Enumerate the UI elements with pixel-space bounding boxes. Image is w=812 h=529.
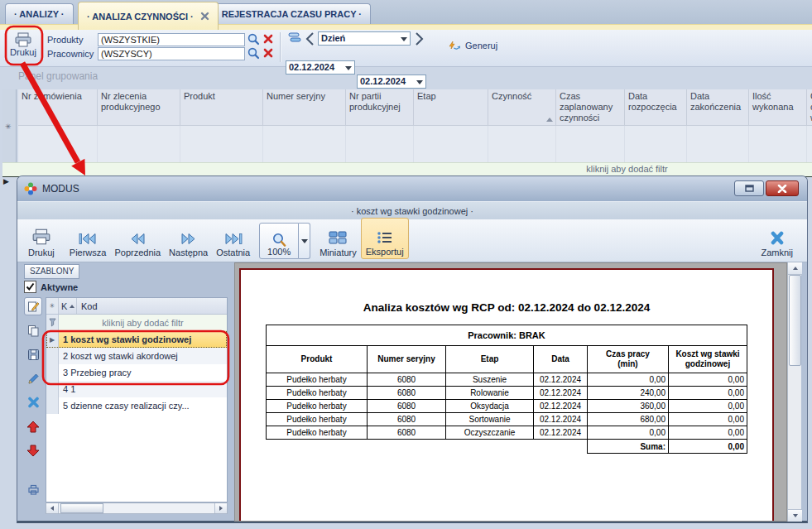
tab-rejestracja-czasu-pracy[interactable]: · REJESTRACJA CZASU PRACY · bbox=[207, 3, 371, 24]
first-page-label: Pierwsza bbox=[70, 248, 107, 257]
report-cell: 02.12.2024 bbox=[534, 426, 588, 440]
date-from-select[interactable]: 02.12.2024 bbox=[286, 60, 355, 75]
grid-column-header[interactable]: Data zakończenia bbox=[687, 89, 749, 126]
restore-window-button[interactable] bbox=[734, 180, 764, 196]
miniatury-button[interactable]: Miniatury bbox=[315, 219, 361, 259]
column-k-header[interactable]: K bbox=[59, 298, 77, 314]
template-list-item[interactable]: 3 Przebieg pracy bbox=[46, 364, 227, 381]
grid-column-header[interactable]: Etap bbox=[414, 89, 488, 126]
templates-filter-row[interactable]: kliknij aby dodać filtr bbox=[46, 315, 227, 331]
report-row: Pudełko herbaty6080Sortowanie02.12.20246… bbox=[267, 413, 747, 426]
grid-empty-cell[interactable] bbox=[625, 126, 687, 162]
grid-filter-hint: kliknij aby dodać filtr bbox=[530, 164, 724, 174]
grid-column-header[interactable]: Czynność bbox=[488, 89, 556, 126]
report-row: Pudełko herbaty6080Rolowanie02.12.202424… bbox=[267, 387, 747, 400]
grid-column-header[interactable]: Produkt bbox=[180, 89, 263, 126]
scroll-left-button[interactable] bbox=[46, 503, 59, 513]
grid-column-header[interactable]: Nr zlecenia produkcyjnego bbox=[98, 89, 180, 126]
report-cell: 02.12.2024 bbox=[534, 413, 588, 426]
save-template-button[interactable] bbox=[24, 345, 42, 363]
pracownicy-search-button[interactable] bbox=[247, 47, 260, 61]
print-template-button[interactable] bbox=[24, 480, 42, 498]
grid-empty-cell[interactable] bbox=[749, 126, 807, 162]
report-suma-label: Suma: bbox=[588, 440, 669, 454]
row-focus-marker: ▶ bbox=[3, 177, 9, 185]
checkbox-checked-icon[interactable] bbox=[24, 281, 36, 293]
generuj-button[interactable]: Generuj bbox=[447, 39, 497, 51]
grid-column-header-clipped[interactable]: Ccw bbox=[807, 89, 812, 126]
tab-analiza-czynnosci[interactable]: · ANALIZA CZYNNOŚCI · bbox=[78, 2, 219, 30]
layers-icon[interactable] bbox=[288, 32, 301, 45]
scrollbar-thumb[interactable] bbox=[789, 275, 801, 366]
date-to-select[interactable]: 02.12.2024 bbox=[357, 75, 426, 89]
aktywne-checkbox-row[interactable]: Aktywne bbox=[24, 281, 78, 293]
template-list-item[interactable]: 4 1 bbox=[46, 381, 227, 397]
close-window-button[interactable] bbox=[766, 180, 799, 196]
produkty-field[interactable]: (WSZYSTKIE) bbox=[98, 33, 245, 46]
preview-vertical-scrollbar[interactable] bbox=[787, 262, 801, 522]
tab-analizy-label: · ANALIZY · bbox=[14, 9, 65, 19]
pracownicy-clear-button[interactable] bbox=[263, 48, 273, 60]
grid-empty-cell[interactable] bbox=[807, 126, 812, 162]
report-cell: 0,00 bbox=[669, 373, 747, 387]
last-page-button[interactable]: Ostatnia bbox=[212, 219, 254, 259]
column-kod-header[interactable]: Kod bbox=[77, 298, 227, 314]
zoom-level-button[interactable]: 100% bbox=[259, 223, 299, 259]
grid-empty-cell[interactable] bbox=[263, 126, 346, 162]
grid-column-header[interactable]: Nr partii produkcyjnej bbox=[346, 89, 414, 126]
scrollbar-thumb[interactable] bbox=[60, 503, 103, 513]
scroll-up-button[interactable] bbox=[788, 262, 802, 275]
grid-column-header[interactable]: Czas zaplanowany czynności bbox=[556, 89, 625, 126]
report-page: Analiza kosztów wg RCP od: 02.12.2024 do… bbox=[239, 268, 774, 522]
grid-empty-cell[interactable] bbox=[488, 126, 556, 162]
zoom-dropdown-button[interactable] bbox=[299, 223, 310, 259]
dialog-title-bar[interactable]: MODUS bbox=[17, 176, 807, 201]
grid-column-header[interactable]: Numer seryjny bbox=[263, 89, 346, 126]
produkty-search-button[interactable] bbox=[247, 33, 260, 47]
template-list-item[interactable]: 2 koszt wg stawki akordowej bbox=[46, 348, 227, 364]
prev-period-button[interactable] bbox=[305, 31, 315, 48]
grid-empty-cell[interactable] bbox=[556, 126, 625, 162]
grid-empty-cell[interactable] bbox=[98, 126, 180, 162]
template-list-item[interactable]: ▶1 koszt wg stawki godzinowej bbox=[46, 331, 227, 348]
move-up-button[interactable] bbox=[24, 417, 42, 435]
scroll-down-button[interactable] bbox=[788, 509, 802, 522]
next-period-button[interactable] bbox=[414, 31, 425, 48]
edit-template-button[interactable] bbox=[24, 369, 42, 387]
grid-column-header[interactable]: Data rozpoczęcia bbox=[625, 89, 687, 126]
report-column-header: Data bbox=[534, 346, 588, 373]
prev-page-button[interactable]: Poprzednia bbox=[110, 219, 165, 259]
period-select[interactable]: Dzień bbox=[318, 31, 411, 46]
pracownicy-field[interactable]: (WSZYSCY) bbox=[98, 47, 245, 60]
tab-analizy[interactable]: · ANALIZY · bbox=[5, 3, 74, 24]
report-cell: 0,00 bbox=[669, 413, 747, 426]
grid-empty-cell[interactable] bbox=[414, 126, 488, 162]
report-preview-area: Analiza kosztów wg RCP od: 02.12.2024 do… bbox=[234, 262, 787, 522]
eksportuj-label: Eksportuj bbox=[366, 247, 404, 257]
eksportuj-button[interactable]: Eksportuj bbox=[361, 218, 409, 259]
grid-column-header[interactable]: Ilość wykonana bbox=[749, 89, 807, 126]
scroll-right-button[interactable] bbox=[214, 503, 227, 513]
grid-empty-cell[interactable] bbox=[346, 126, 414, 162]
drukuj-button[interactable]: Drukuj bbox=[7, 32, 40, 57]
grid-column-header[interactable]: Nr zamówienia bbox=[18, 89, 98, 126]
template-list-item[interactable]: 5 dzienne czasy realizacji czy... bbox=[46, 397, 227, 414]
templates-horizontal-scrollbar[interactable] bbox=[46, 503, 228, 514]
grid-empty-cell[interactable] bbox=[180, 126, 263, 162]
move-down-button[interactable] bbox=[24, 441, 42, 459]
preview-drukuj-button[interactable]: Drukuj bbox=[24, 219, 59, 259]
copy-template-button[interactable] bbox=[24, 321, 42, 339]
zamknij-button[interactable]: Zamknij bbox=[757, 219, 797, 259]
templates-list-header[interactable]: ✳KKod bbox=[46, 298, 227, 315]
produkty-clear-button[interactable] bbox=[263, 34, 273, 46]
close-tab-icon[interactable] bbox=[200, 12, 209, 21]
grid-empty-cell[interactable] bbox=[18, 126, 98, 162]
restore-icon bbox=[745, 185, 754, 192]
zoom-level-label: 100% bbox=[267, 247, 291, 257]
grid-empty-cell[interactable] bbox=[687, 126, 749, 162]
first-page-button[interactable]: Pierwsza bbox=[65, 219, 111, 259]
delete-template-button[interactable] bbox=[24, 393, 42, 411]
new-template-button[interactable] bbox=[24, 297, 42, 315]
next-page-button[interactable]: Następna bbox=[165, 219, 212, 259]
szablony-tab[interactable]: SZABLONY bbox=[24, 264, 79, 279]
